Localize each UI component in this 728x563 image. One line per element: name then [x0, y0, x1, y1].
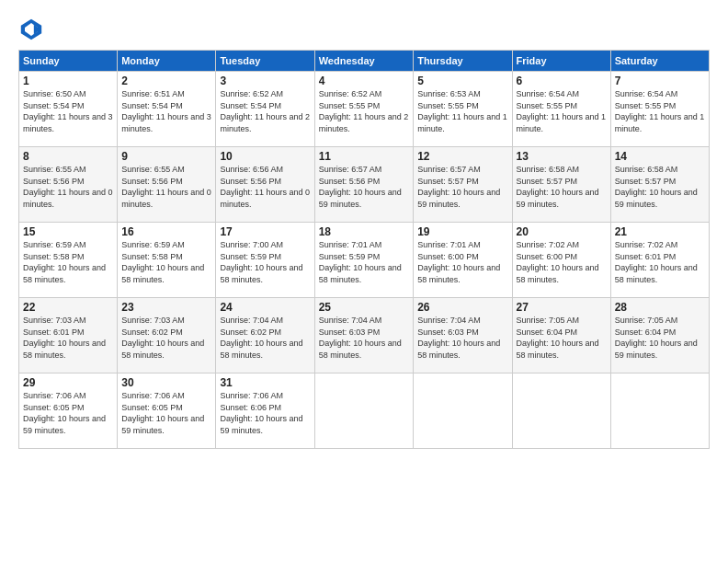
day-number: 28 [615, 301, 705, 314]
day-number: 18 [319, 225, 409, 238]
logo-icon [18, 17, 44, 42]
day-number: 31 [220, 376, 310, 389]
calendar-cell: 24Sunrise: 7:04 AMSunset: 6:02 PMDayligh… [216, 298, 314, 373]
day-info: Sunrise: 6:59 AMSunset: 5:58 PMDaylight:… [121, 239, 211, 285]
day-info: Sunrise: 7:03 AMSunset: 6:02 PMDaylight:… [121, 315, 211, 361]
day-number: 2 [121, 75, 211, 87]
day-info: Sunrise: 6:57 AMSunset: 5:56 PMDaylight:… [319, 164, 409, 210]
day-number: 16 [121, 225, 211, 238]
day-number: 15 [23, 225, 113, 238]
day-info: Sunrise: 7:03 AMSunset: 6:01 PMDaylight:… [23, 315, 113, 361]
calendar-cell: 1Sunrise: 6:50 AMSunset: 5:54 PMDaylight… [19, 72, 118, 147]
day-number: 11 [319, 150, 409, 163]
calendar-cell: 15Sunrise: 6:59 AMSunset: 5:58 PMDayligh… [19, 223, 118, 298]
day-number: 3 [220, 75, 310, 87]
col-friday: Friday [512, 51, 610, 72]
col-saturday: Saturday [610, 51, 709, 72]
calendar-cell: 3Sunrise: 6:52 AMSunset: 5:54 PMDaylight… [216, 72, 314, 147]
day-number: 14 [615, 150, 705, 163]
calendar-cell: 29Sunrise: 7:06 AMSunset: 6:05 PMDayligh… [19, 373, 118, 449]
day-info: Sunrise: 6:52 AMSunset: 5:55 PMDaylight:… [319, 88, 409, 134]
day-info: Sunrise: 7:04 AMSunset: 6:03 PMDaylight:… [417, 315, 507, 361]
header [18, 17, 710, 42]
day-info: Sunrise: 7:01 AMSunset: 6:00 PMDaylight:… [417, 239, 507, 285]
calendar-cell: 4Sunrise: 6:52 AMSunset: 5:55 PMDaylight… [314, 72, 413, 147]
day-info: Sunrise: 6:55 AMSunset: 5:56 PMDaylight:… [121, 164, 211, 210]
day-number: 21 [615, 225, 705, 238]
calendar: Sunday Monday Tuesday Wednesday Thursday… [18, 50, 710, 449]
calendar-week-2: 8Sunrise: 6:55 AMSunset: 5:56 PMDaylight… [19, 147, 710, 223]
day-info: Sunrise: 6:54 AMSunset: 5:55 PMDaylight:… [517, 88, 607, 134]
day-info: Sunrise: 6:54 AMSunset: 5:55 PMDaylight:… [615, 88, 705, 134]
calendar-cell: 8Sunrise: 6:55 AMSunset: 5:56 PMDaylight… [19, 147, 118, 223]
calendar-week-4: 22Sunrise: 7:03 AMSunset: 6:01 PMDayligh… [19, 298, 710, 373]
calendar-cell: 6Sunrise: 6:54 AMSunset: 5:55 PMDaylight… [512, 72, 610, 147]
day-number: 9 [121, 150, 211, 163]
calendar-header-row: Sunday Monday Tuesday Wednesday Thursday… [19, 51, 710, 72]
day-number: 17 [220, 225, 310, 238]
day-number: 13 [517, 150, 607, 163]
day-number: 26 [417, 301, 507, 314]
day-info: Sunrise: 6:55 AMSunset: 5:56 PMDaylight:… [23, 164, 113, 210]
day-info: Sunrise: 6:52 AMSunset: 5:54 PMDaylight:… [220, 88, 310, 134]
day-number: 29 [23, 376, 113, 389]
calendar-cell: 26Sunrise: 7:04 AMSunset: 6:03 PMDayligh… [414, 298, 512, 373]
calendar-cell: 18Sunrise: 7:01 AMSunset: 5:59 PMDayligh… [314, 223, 413, 298]
calendar-cell: 22Sunrise: 7:03 AMSunset: 6:01 PMDayligh… [19, 298, 118, 373]
calendar-cell: 28Sunrise: 7:05 AMSunset: 6:04 PMDayligh… [610, 298, 709, 373]
calendar-cell: 25Sunrise: 7:04 AMSunset: 6:03 PMDayligh… [314, 298, 413, 373]
calendar-cell: 14Sunrise: 6:58 AMSunset: 5:57 PMDayligh… [610, 147, 709, 223]
day-info: Sunrise: 6:59 AMSunset: 5:58 PMDaylight:… [23, 239, 113, 285]
calendar-cell: 23Sunrise: 7:03 AMSunset: 6:02 PMDayligh… [118, 298, 216, 373]
day-number: 1 [23, 75, 113, 87]
col-thursday: Thursday [414, 51, 512, 72]
day-number: 19 [417, 225, 507, 238]
day-info: Sunrise: 6:53 AMSunset: 5:55 PMDaylight:… [417, 88, 507, 134]
calendar-cell: 17Sunrise: 7:00 AMSunset: 5:59 PMDayligh… [216, 223, 314, 298]
day-info: Sunrise: 7:06 AMSunset: 6:06 PMDaylight:… [220, 390, 310, 436]
calendar-cell: 7Sunrise: 6:54 AMSunset: 5:55 PMDaylight… [610, 72, 709, 147]
day-info: Sunrise: 7:02 AMSunset: 6:00 PMDaylight:… [517, 239, 607, 285]
day-number: 22 [23, 301, 113, 314]
day-info: Sunrise: 6:58 AMSunset: 5:57 PMDaylight:… [615, 164, 705, 210]
day-number: 12 [417, 150, 507, 163]
day-number: 5 [417, 75, 507, 87]
calendar-cell: 21Sunrise: 7:02 AMSunset: 6:01 PMDayligh… [610, 223, 709, 298]
day-info: Sunrise: 6:57 AMSunset: 5:57 PMDaylight:… [417, 164, 507, 210]
calendar-cell: 20Sunrise: 7:02 AMSunset: 6:00 PMDayligh… [512, 223, 610, 298]
logo [18, 17, 48, 42]
day-info: Sunrise: 6:50 AMSunset: 5:54 PMDaylight:… [23, 88, 113, 134]
day-number: 4 [319, 75, 409, 87]
day-number: 6 [517, 75, 607, 87]
calendar-cell: 30Sunrise: 7:06 AMSunset: 6:05 PMDayligh… [118, 373, 216, 449]
day-number: 23 [121, 301, 211, 314]
calendar-cell: 11Sunrise: 6:57 AMSunset: 5:56 PMDayligh… [314, 147, 413, 223]
calendar-cell: 31Sunrise: 7:06 AMSunset: 6:06 PMDayligh… [216, 373, 314, 449]
day-info: Sunrise: 7:04 AMSunset: 6:02 PMDaylight:… [220, 315, 310, 361]
day-info: Sunrise: 7:01 AMSunset: 5:59 PMDaylight:… [319, 239, 409, 285]
day-number: 24 [220, 301, 310, 314]
day-info: Sunrise: 7:06 AMSunset: 6:05 PMDaylight:… [121, 390, 211, 436]
day-number: 30 [121, 376, 211, 389]
day-info: Sunrise: 7:02 AMSunset: 6:01 PMDaylight:… [615, 239, 705, 285]
calendar-week-3: 15Sunrise: 6:59 AMSunset: 5:58 PMDayligh… [19, 223, 710, 298]
col-wednesday: Wednesday [314, 51, 413, 72]
day-info: Sunrise: 6:56 AMSunset: 5:56 PMDaylight:… [220, 164, 310, 210]
day-number: 20 [517, 225, 607, 238]
calendar-cell [314, 373, 413, 449]
calendar-cell [610, 373, 709, 449]
calendar-cell [512, 373, 610, 449]
page: Sunday Monday Tuesday Wednesday Thursday… [0, 0, 728, 458]
day-info: Sunrise: 7:06 AMSunset: 6:05 PMDaylight:… [23, 390, 113, 436]
calendar-cell: 13Sunrise: 6:58 AMSunset: 5:57 PMDayligh… [512, 147, 610, 223]
day-number: 7 [615, 75, 705, 87]
col-monday: Monday [118, 51, 216, 72]
calendar-cell: 10Sunrise: 6:56 AMSunset: 5:56 PMDayligh… [216, 147, 314, 223]
calendar-cell: 27Sunrise: 7:05 AMSunset: 6:04 PMDayligh… [512, 298, 610, 373]
calendar-week-5: 29Sunrise: 7:06 AMSunset: 6:05 PMDayligh… [19, 373, 710, 449]
day-number: 8 [23, 150, 113, 163]
calendar-cell: 16Sunrise: 6:59 AMSunset: 5:58 PMDayligh… [118, 223, 216, 298]
day-number: 25 [319, 301, 409, 314]
day-info: Sunrise: 7:05 AMSunset: 6:04 PMDaylight:… [615, 315, 705, 361]
col-tuesday: Tuesday [216, 51, 314, 72]
